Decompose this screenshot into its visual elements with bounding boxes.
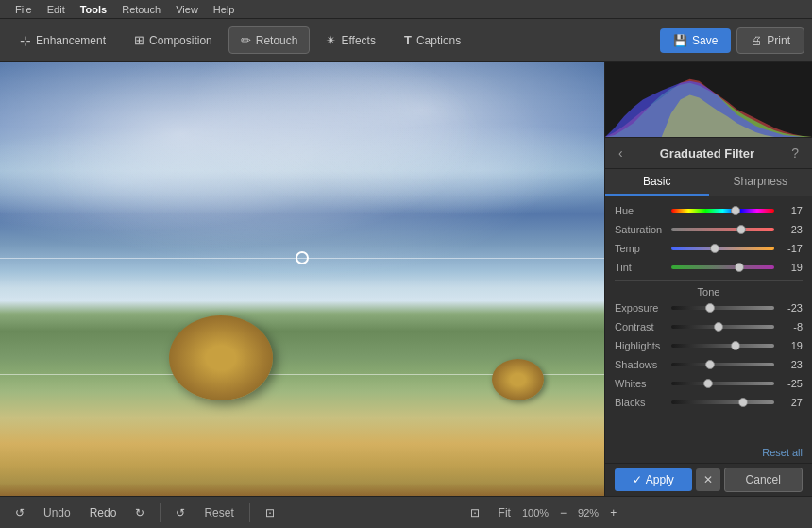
reset-all-link[interactable]: Reset all bbox=[762, 447, 803, 458]
hue-slider-track[interactable] bbox=[671, 204, 774, 217]
undo-button[interactable]: Undo bbox=[36, 503, 78, 522]
hue-label: Hue bbox=[615, 205, 671, 216]
tint-slider-track[interactable] bbox=[671, 261, 774, 274]
tool-captions[interactable]: T Captions bbox=[392, 26, 473, 54]
sliders-area: Hue 17 Saturation 23 bbox=[605, 196, 812, 442]
slider-row-whites: Whites -25 bbox=[615, 377, 803, 390]
right-panel: ‹ Graduated Filter ? Basic Sharpness Hue… bbox=[604, 62, 812, 496]
exposure-slider-track[interactable] bbox=[671, 301, 774, 315]
save-label: Save bbox=[692, 34, 718, 47]
slider-row-highlights: Highlights 19 bbox=[615, 339, 803, 352]
slider-row-saturation: Saturation 23 bbox=[615, 223, 803, 236]
tool-composition[interactable]: ⊞ Composition bbox=[122, 26, 225, 54]
bottom-left: ↺ Undo Redo ↻ ↺ Reset ⊡ bbox=[8, 503, 282, 522]
panel-bottom-actions: ✓ Apply ✕ Cancel bbox=[605, 463, 812, 496]
back-icon[interactable]: ‹ bbox=[615, 144, 627, 162]
filter-tabs: Basic Sharpness bbox=[605, 169, 812, 196]
cancel-button[interactable]: Cancel bbox=[724, 468, 804, 492]
hay-bale-main bbox=[169, 315, 273, 400]
print-icon: 🖨 bbox=[751, 34, 762, 47]
close-x-button[interactable]: ✕ bbox=[696, 468, 720, 491]
tool-composition-label: Composition bbox=[149, 34, 212, 47]
canvas-area[interactable] bbox=[0, 62, 604, 496]
temp-slider-track[interactable] bbox=[671, 242, 774, 255]
whites-value: -25 bbox=[774, 378, 803, 389]
help-icon[interactable]: ? bbox=[787, 144, 803, 162]
saturation-label: Saturation bbox=[615, 224, 671, 235]
menu-file[interactable]: File bbox=[8, 4, 40, 15]
slider-row-hue: Hue 17 bbox=[615, 204, 803, 217]
menu-tools[interactable]: Tools bbox=[73, 4, 115, 15]
menu-edit[interactable]: Edit bbox=[40, 4, 73, 15]
apply-button[interactable]: ✓ Apply bbox=[615, 468, 692, 491]
slider-row-exposure: Exposure -23 bbox=[615, 301, 803, 315]
whites-slider-track[interactable] bbox=[671, 377, 774, 390]
captions-icon: T bbox=[404, 33, 412, 47]
zoom-out-button[interactable]: − bbox=[552, 503, 574, 522]
tool-retouch[interactable]: ✏ Retouch bbox=[228, 26, 311, 54]
guide-handle-upper[interactable] bbox=[296, 251, 309, 264]
tone-divider bbox=[615, 280, 803, 281]
tool-enhancement-label: Enhancement bbox=[36, 34, 106, 47]
toolbar: ⊹ Enhancement ⊞ Composition ✏ Retouch ✴ … bbox=[0, 19, 812, 62]
shadows-slider-track[interactable] bbox=[671, 358, 774, 371]
tool-retouch-label: Retouch bbox=[256, 34, 298, 47]
reset-button[interactable]: Reset bbox=[196, 503, 241, 522]
enhancement-icon: ⊹ bbox=[20, 33, 31, 48]
blacks-slider-track[interactable] bbox=[671, 396, 774, 409]
redo-button[interactable]: Redo bbox=[82, 503, 125, 522]
contrast-slider-track[interactable] bbox=[671, 320, 774, 333]
print-label: Print bbox=[767, 34, 790, 47]
zoom-value-label: 92% bbox=[578, 507, 599, 519]
contrast-label: Contrast bbox=[615, 321, 671, 332]
tone-section-label: Tone bbox=[615, 286, 803, 298]
reset-all-container: Reset all bbox=[605, 442, 812, 463]
toolbar-tools: ⊹ Enhancement ⊞ Composition ✏ Retouch ✴ … bbox=[8, 26, 473, 55]
reset-icon[interactable]: ↺ bbox=[168, 503, 193, 522]
tab-sharpness[interactable]: Sharpness bbox=[709, 169, 813, 196]
tool-effects[interactable]: ✴ Effects bbox=[313, 26, 387, 54]
exposure-value: -23 bbox=[774, 302, 803, 314]
menu-retouch[interactable]: Retouch bbox=[114, 4, 168, 15]
menu-bar: File Edit Tools Retouch View Help bbox=[0, 0, 812, 19]
hay-bale-small bbox=[492, 359, 544, 400]
bottom-center: ⊡ Fit 100% − 92% + bbox=[463, 503, 625, 522]
menu-view[interactable]: View bbox=[168, 4, 206, 15]
zoom-percent-label: 100% bbox=[522, 507, 549, 519]
retouch-icon: ✏ bbox=[241, 33, 251, 47]
histogram bbox=[605, 62, 812, 138]
slider-row-contrast: Contrast -8 bbox=[615, 320, 803, 333]
saturation-slider-track[interactable] bbox=[671, 223, 774, 236]
tool-captions-label: Captions bbox=[416, 34, 461, 47]
slider-row-tint: Tint 19 bbox=[615, 261, 803, 274]
fit-icon[interactable]: ⊡ bbox=[463, 503, 487, 522]
print-button[interactable]: 🖨 Print bbox=[736, 27, 804, 54]
highlights-value: 19 bbox=[774, 340, 803, 351]
tab-basic[interactable]: Basic bbox=[605, 169, 709, 196]
contrast-value: -8 bbox=[774, 321, 803, 332]
zoom-in-button[interactable]: + bbox=[602, 503, 624, 522]
composition-icon: ⊞ bbox=[134, 33, 144, 47]
highlights-slider-track[interactable] bbox=[671, 339, 774, 352]
redo-icon[interactable]: ↻ bbox=[127, 503, 152, 522]
tool-enhancement[interactable]: ⊹ Enhancement bbox=[8, 26, 118, 55]
save-icon: 💾 bbox=[673, 34, 687, 47]
fit-button[interactable]: Fit bbox=[491, 503, 518, 522]
hue-value: 17 bbox=[774, 205, 803, 216]
slider-row-shadows: Shadows -23 bbox=[615, 358, 803, 371]
guide-line-upper[interactable] bbox=[0, 258, 604, 259]
blacks-label: Blacks bbox=[615, 397, 671, 408]
menu-help[interactable]: Help bbox=[206, 4, 243, 15]
tint-value: 19 bbox=[774, 262, 803, 273]
toolbar-actions: 💾 Save 🖨 Print bbox=[660, 27, 804, 54]
highlights-label: Highlights bbox=[615, 340, 671, 351]
temp-label: Temp bbox=[615, 243, 671, 254]
photo-view bbox=[0, 62, 604, 496]
crop-icon[interactable]: ⊡ bbox=[258, 503, 282, 522]
tool-effects-label: Effects bbox=[341, 34, 375, 47]
filter-header: ‹ Graduated Filter ? bbox=[605, 138, 812, 169]
save-button[interactable]: 💾 Save bbox=[660, 28, 731, 53]
undo-icon[interactable]: ↺ bbox=[8, 503, 32, 522]
apply-label: Apply bbox=[646, 473, 674, 486]
effects-icon: ✴ bbox=[326, 33, 336, 47]
